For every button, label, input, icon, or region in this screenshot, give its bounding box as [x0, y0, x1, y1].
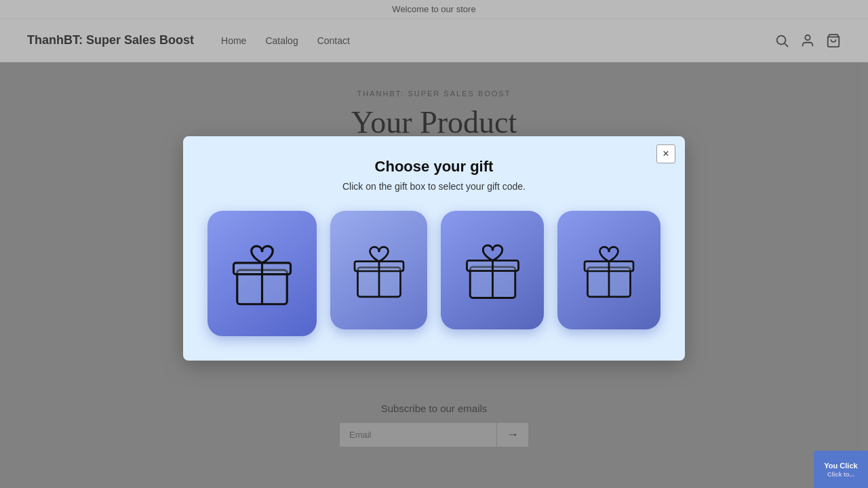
gift-icon-2	[349, 240, 410, 301]
gift-icon-1	[226, 238, 298, 309]
gift-modal: × Choose your gift Click on the gift box…	[183, 136, 685, 361]
gift-icon-3	[460, 238, 525, 302]
gift-icon-4	[578, 240, 639, 301]
gift-box-4[interactable]	[557, 211, 660, 329]
modal-close-button[interactable]: ×	[656, 144, 675, 163]
gift-grid	[208, 211, 660, 336]
modal-subtitle: Click on the gift box to select your gif…	[208, 181, 660, 192]
gift-box-3[interactable]	[441, 211, 544, 329]
corner-tooltip-line2: Click to...	[827, 471, 854, 478]
corner-tooltip[interactable]: You Click Click to...	[814, 451, 868, 488]
corner-tooltip-line1: You Click	[824, 462, 857, 470]
gift-box-1[interactable]	[208, 211, 317, 336]
modal-title: Choose your gift	[208, 158, 660, 176]
gift-box-2[interactable]	[330, 211, 427, 329]
